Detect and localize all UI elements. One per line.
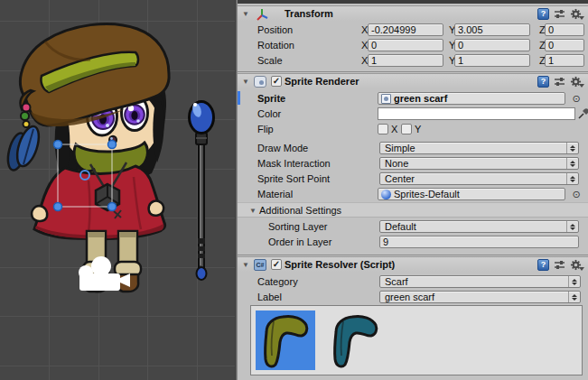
sprite-resolver-header[interactable]: ▼ C# ✓ Sprite Resolver (Script) ? xyxy=(238,256,588,272)
transform-title: Transform xyxy=(285,6,333,22)
dropdown-arrow-icon xyxy=(568,276,580,287)
flip-row: Flip X Y xyxy=(238,122,588,136)
sorting-layer-label: Sorting Layer xyxy=(268,219,327,234)
csharp-script-icon: C# xyxy=(254,259,266,271)
material-object-field[interactable]: Sprites-Default xyxy=(378,188,565,200)
component-enabled-checkbox[interactable]: ✓ xyxy=(271,259,282,270)
presets-icon[interactable] xyxy=(554,259,565,271)
draw-mode-row: Draw Mode Simple xyxy=(238,141,588,155)
draw-mode-dropdown[interactable]: Simple xyxy=(379,142,579,154)
additional-settings-foldout[interactable]: ▼ Additional Settings xyxy=(238,202,588,218)
mask-interaction-value: None xyxy=(385,158,408,169)
prefab-override-bar xyxy=(238,91,240,105)
object-picker-icon[interactable]: ⊙ xyxy=(571,189,582,199)
sprite-renderer-title: Sprite Renderer xyxy=(285,74,359,89)
sprite-renderer-icon xyxy=(254,76,266,88)
hat-beads xyxy=(21,104,31,128)
presets-icon[interactable] xyxy=(554,76,565,88)
dropdown-arrow-icon xyxy=(566,158,578,169)
flip-label: Flip xyxy=(257,122,274,136)
sprite-label: Sprite xyxy=(257,91,285,106)
order-in-layer-label: Order in Layer xyxy=(268,235,331,249)
sprite-value: green scarf xyxy=(394,93,447,104)
mask-interaction-row: Mask Interaction None xyxy=(238,156,588,171)
category-label: Category xyxy=(257,274,298,289)
scarf-thumbnail-green[interactable] xyxy=(256,310,315,370)
character-sprite[interactable] xyxy=(5,23,169,292)
selection-handle[interactable] xyxy=(108,203,117,211)
inspector-top-edge xyxy=(238,0,588,4)
gear-menu-icon[interactable] xyxy=(570,8,583,20)
sprite-object-field[interactable]: green scarf xyxy=(378,92,565,105)
foldout-icon[interactable]: ▼ xyxy=(241,6,250,22)
eyedropper-icon[interactable] xyxy=(577,107,588,120)
dropdown-arrow-icon xyxy=(568,292,580,302)
sprite-resolver-title: Sprite Resolver (Script) xyxy=(285,257,395,273)
order-in-layer-row: Order in Layer 9 xyxy=(238,235,588,249)
sprite-sort-point-dropdown[interactable]: Center xyxy=(379,172,579,185)
foldout-icon[interactable]: ▼ xyxy=(241,74,250,89)
component-enabled-checkbox[interactable]: ✓ xyxy=(271,76,282,87)
color-swatch[interactable] xyxy=(378,107,575,120)
scarf-thumbnail-teal[interactable] xyxy=(325,310,385,370)
scale-row: Scale X 1 Y 1 Z 1 xyxy=(238,53,588,68)
feather xyxy=(5,124,42,172)
foldout-icon[interactable]: ▼ xyxy=(241,257,250,273)
rotation-x-field[interactable]: 0 xyxy=(368,39,443,51)
position-row: Position X -0.204999 Y 3.005 Z 0 xyxy=(238,23,588,37)
sorting-layer-dropdown[interactable]: Default xyxy=(379,220,579,233)
help-icon[interactable]: ? xyxy=(537,8,549,20)
draw-mode-label: Draw Mode xyxy=(257,141,308,155)
position-label: Position xyxy=(257,23,293,37)
label-dropdown[interactable]: green scarf xyxy=(379,291,581,303)
flip-x-label: X xyxy=(391,122,397,136)
scale-z-field[interactable]: 1 xyxy=(545,54,584,67)
dropdown-arrow-icon xyxy=(566,143,578,153)
sprite-selector-panel xyxy=(250,305,583,375)
material-label: Material xyxy=(257,187,293,201)
transform-header[interactable]: ▼ Transform ? xyxy=(238,5,588,21)
unity-editor: { "icons": { "foldout": "▼", "checkmark"… xyxy=(0,0,588,380)
object-picker-icon[interactable]: ⊙ xyxy=(571,93,582,104)
gear-menu-icon[interactable] xyxy=(570,259,583,271)
transform-icon xyxy=(256,8,268,21)
sprite-sort-point-row: Sprite Sort Point Center xyxy=(238,171,588,186)
scene-canvas xyxy=(0,0,237,380)
material-row: Material Sprites-Default ⊙ xyxy=(238,187,588,201)
sprite-renderer-header[interactable]: ▼ ✓ Sprite Renderer ? xyxy=(238,73,588,88)
foldout-icon[interactable]: ▼ xyxy=(248,203,257,218)
position-z-field[interactable]: 0 xyxy=(545,23,584,36)
scale-y-field[interactable]: 1 xyxy=(454,54,530,67)
flip-y-label: Y xyxy=(415,122,421,136)
dropdown-arrow-icon xyxy=(566,221,578,232)
label-row: Label green scarf xyxy=(238,290,588,304)
presets-icon[interactable] xyxy=(554,8,565,20)
category-dropdown[interactable]: Scarf xyxy=(379,275,581,288)
help-icon[interactable]: ? xyxy=(537,259,549,271)
selection-handle[interactable] xyxy=(54,141,62,149)
rotation-y-field[interactable]: 0 xyxy=(454,39,530,51)
selection-handle[interactable] xyxy=(108,141,117,149)
position-y-field[interactable]: 3.005 xyxy=(454,23,530,36)
position-x-field[interactable]: -0.204999 xyxy=(368,23,443,36)
flip-y-checkbox[interactable] xyxy=(401,124,412,134)
category-row: Category Scarf xyxy=(238,274,588,289)
sprite-sort-point-label: Sprite Sort Point xyxy=(257,171,330,186)
category-value: Scarf xyxy=(385,276,408,287)
rotation-label: Rotation xyxy=(257,38,294,52)
gear-menu-icon[interactable] xyxy=(570,76,583,88)
mask-interaction-dropdown[interactable]: None xyxy=(379,157,579,170)
staff-sprite[interactable] xyxy=(190,102,214,281)
order-in-layer-field[interactable]: 9 xyxy=(379,236,579,248)
color-row: Color xyxy=(238,107,588,121)
scale-x-field[interactable]: 1 xyxy=(368,54,443,67)
selection-handle[interactable] xyxy=(54,203,62,211)
sprite-sort-point-value: Center xyxy=(385,173,415,184)
label-value: green scarf xyxy=(385,292,434,302)
sprite-asset-icon xyxy=(381,94,391,104)
help-icon[interactable]: ? xyxy=(537,76,549,88)
scene-view[interactable] xyxy=(0,0,237,380)
sorting-layer-value: Default xyxy=(385,221,416,232)
flip-x-checkbox[interactable] xyxy=(378,124,388,134)
rotation-z-field[interactable]: 0 xyxy=(545,39,584,51)
